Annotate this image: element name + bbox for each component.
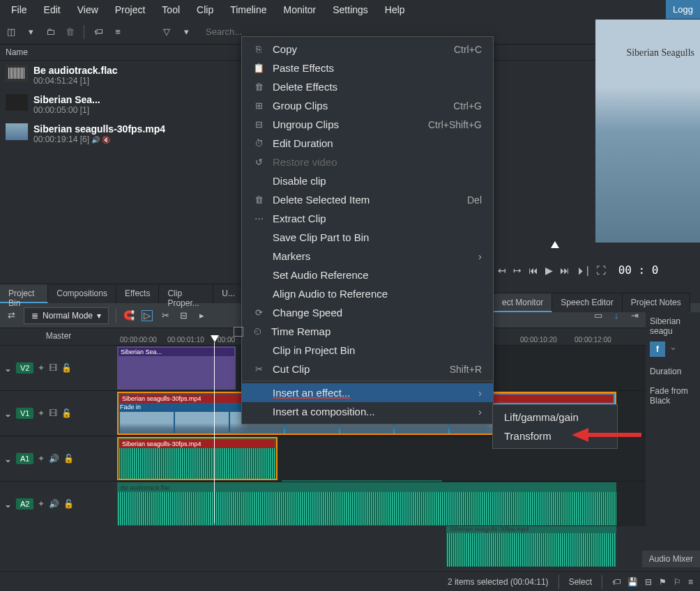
menu-settings[interactable]: Settings [324, 1, 376, 18]
menu-item-paste-effects[interactable]: 📋Paste Effects [242, 59, 493, 77]
login-button[interactable]: Logg [666, 0, 700, 19]
effects-icon[interactable]: ✦ [38, 499, 45, 509]
menu-item-insert-composition[interactable]: Insert a composition...› [242, 402, 493, 421]
menu-item-save-clip-part[interactable]: Save Clip Part to Bin [242, 228, 493, 247]
tab-clip-properties[interactable]: Clip Proper... [159, 284, 213, 303]
track-header[interactable]: ⌄ A1 ✦ 🔊 🔓 [0, 436, 117, 481]
video-thumb-icon [6, 123, 28, 140]
submenu-item-lift-gamma-gain[interactable]: Lift/gamma/gain [493, 408, 617, 427]
tab-effects[interactable]: Effects [116, 284, 159, 303]
menu-item-clip-in-bin[interactable]: Clip in Project Bin [242, 341, 493, 360]
pointer-icon[interactable]: ▷ [142, 310, 153, 321]
overlay-text: Siberian Seagulls [626, 47, 694, 59]
effects-icon[interactable]: ✦ [38, 408, 45, 418]
chevron-down-icon[interactable]: ▾ [181, 26, 192, 38]
tab-project-notes[interactable]: Project Notes [623, 293, 690, 312]
menu-item-disable-clip[interactable]: Disable clip [242, 171, 493, 190]
magnet-icon[interactable]: 🧲 [123, 310, 135, 321]
tab-compositions[interactable]: Compositions [48, 284, 116, 303]
filter-icon[interactable]: ▽ [161, 26, 172, 38]
zone-out-icon[interactable]: ↦ [513, 265, 522, 276]
menu-project[interactable]: Project [107, 1, 154, 18]
tag-icon[interactable]: 🏷 [93, 26, 104, 38]
menu-item-markers[interactable]: Markers› [242, 247, 493, 266]
flag-icon[interactable]: ⚐ [674, 577, 681, 587]
tab-audio-mixer[interactable]: Audio Mixer [642, 551, 700, 567]
lock-icon[interactable]: 🔓 [61, 408, 72, 418]
expand-icon[interactable]: ⌄ [4, 363, 12, 374]
film-icon[interactable]: 🎞 [49, 408, 57, 418]
submenu-item-transform[interactable]: Transform [493, 427, 617, 445]
lock-icon[interactable]: 🔓 [61, 363, 72, 373]
menu-view[interactable]: View [69, 1, 107, 18]
menu-item-ungroup[interactable]: ⊟Ungroup ClipsCtrl+Shift+G [242, 115, 493, 134]
effects-icon[interactable]: ✦ [38, 363, 45, 373]
playhead-icon[interactable] [211, 335, 219, 342]
lock-icon[interactable]: 🔓 [63, 499, 74, 509]
overflow-icon[interactable]: ▸ [196, 310, 207, 321]
tab-speech-editor[interactable]: Speech Editor [552, 293, 622, 312]
fullscreen-icon[interactable]: ⛶ [596, 265, 606, 276]
hamburger-icon[interactable]: ≡ [688, 577, 693, 587]
track-header[interactable]: ⌄ V2 ✦ 🎞 🔓 [0, 346, 117, 390]
menu-item-extract-clip[interactable]: ⋯Extract Clip [242, 209, 493, 228]
scissors-icon[interactable]: ✂ [160, 310, 171, 321]
expand-icon[interactable]: ⌄ [4, 408, 12, 419]
menu-item-insert-effect[interactable]: Insert an effect...› [242, 383, 493, 402]
monitor-playhead-icon[interactable] [551, 241, 559, 248]
menu-clip[interactable]: Clip [188, 1, 222, 18]
menu-item-set-audio-ref[interactable]: Set Audio Reference [242, 266, 493, 284]
menu-help[interactable]: Help [376, 1, 413, 18]
expand-icon[interactable]: ⌄ [4, 454, 12, 464]
edit-mode-dropdown[interactable]: ≣ Normal Mode ▾ [24, 307, 109, 324]
tab-project-monitor[interactable]: ect Monitor [494, 293, 552, 312]
delete-icon[interactable]: 🗑 [64, 26, 75, 38]
menu-file[interactable]: File [3, 1, 36, 18]
track-header[interactable]: ⌄ A2 ✦ 🔊 🔓 [0, 482, 117, 526]
flag-icon[interactable]: ⚑ [659, 577, 667, 587]
lock-icon[interactable]: 🔓 [63, 454, 74, 463]
forward-icon[interactable]: ⏭ [560, 265, 570, 276]
rewind-icon[interactable]: ⏮ [528, 265, 538, 276]
menu-item-time-remap[interactable]: ⏲Time Remap [242, 322, 493, 341]
add-clip-icon[interactable]: ◫ [6, 26, 17, 38]
timeline-clip[interactable]: Siberian seagulls-30fps.mp4 [117, 437, 277, 480]
tab-undo[interactable]: U... [213, 284, 244, 303]
film-icon[interactable]: 🎞 [49, 363, 57, 373]
save-icon[interactable]: 💾 [627, 577, 638, 587]
menu-item-edit-duration[interactable]: ⏱Edit Duration [242, 134, 493, 153]
thumbnail-icon[interactable]: ⊟ [645, 577, 652, 587]
zone-in-icon[interactable]: ↤ [498, 265, 506, 276]
tag-icon[interactable]: 🏷 [612, 577, 621, 587]
track-header[interactable]: ⌄ V1 ✦ 🎞 🔓 [0, 391, 117, 436]
menu-timeline[interactable]: Timeline [222, 1, 275, 18]
chevron-down-icon[interactable]: ⌄ [669, 341, 677, 357]
play-icon[interactable]: ▶ [545, 265, 553, 276]
effects-icon[interactable]: ✦ [38, 454, 45, 463]
timeline-clip[interactable]: Siberian Sea... [117, 346, 236, 390]
timeline-clip[interactable]: Siberian seagulls-30fps.mp4 [446, 523, 616, 567]
menu-edit[interactable]: Edit [36, 1, 69, 18]
statusbar: 2 items selected (00:04:11) Select 🏷 💾 ⊟… [0, 571, 700, 591]
menu-item-delete-selected[interactable]: 🗑Delete Selected ItemDel [242, 190, 493, 209]
tracks-icon[interactable]: ⇄ [6, 310, 17, 321]
spacer-icon[interactable]: ⊟ [178, 310, 189, 321]
menu-tool[interactable]: Tool [153, 1, 188, 18]
menu-item-align-audio[interactable]: Align Audio to Reference [242, 284, 493, 303]
menu-item-change-speed[interactable]: ⟳Change Speed [242, 303, 493, 322]
menu-item-cut-clip[interactable]: ✂Cut ClipShift+R [242, 360, 493, 378]
menu-monitor[interactable]: Monitor [275, 1, 325, 18]
menu-item-group[interactable]: ⊞Group ClipsCtrl+G [242, 96, 493, 115]
menu-item-delete-effects[interactable]: 🗑Delete Effects [242, 77, 493, 96]
speaker-icon[interactable]: 🔊 [49, 454, 59, 463]
hamburger-icon[interactable]: ≡ [112, 26, 123, 38]
end-icon[interactable]: ⏵| [577, 265, 589, 276]
chevron-down-icon[interactable]: ▾ [25, 26, 36, 38]
folder-icon[interactable]: 🗀 [45, 26, 56, 38]
timeline-clip[interactable]: Be audiotrack.flac [117, 482, 616, 525]
menu-item-copy[interactable]: ⎘CopyCtrl+C [242, 40, 493, 59]
effect-enabled-button[interactable]: f [650, 341, 665, 357]
expand-icon[interactable]: ⌄ [4, 499, 12, 509]
tab-project-bin[interactable]: Project Bin [0, 284, 48, 303]
speaker-icon[interactable]: 🔊 [49, 499, 59, 509]
